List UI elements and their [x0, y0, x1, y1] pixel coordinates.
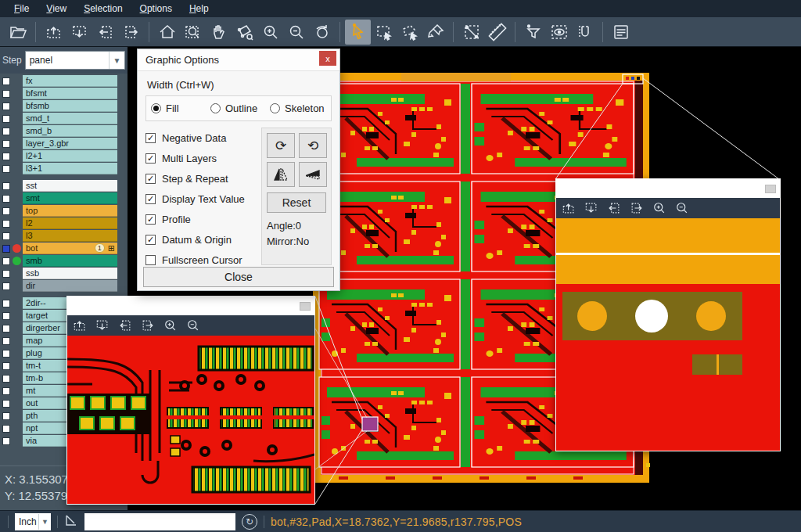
- layer-name[interactable]: top: [23, 205, 117, 217]
- layer-row-ssb[interactable]: ssb: [0, 268, 128, 280]
- ruler-icon[interactable]: [484, 20, 510, 45]
- close-button[interactable]: Close: [143, 267, 334, 287]
- layer-checkbox[interactable]: [2, 350, 10, 358]
- radio-fill[interactable]: Fill: [151, 102, 207, 114]
- layer-checkbox[interactable]: [2, 270, 10, 278]
- pan-down-icon[interactable]: [95, 318, 110, 333]
- checkbox-multi-layers[interactable]: ✓Multi Layers: [145, 148, 260, 168]
- zoom-out-icon[interactable]: [185, 318, 201, 333]
- layer-checkbox[interactable]: [2, 387, 10, 395]
- popup-window-button[interactable]: [300, 302, 311, 311]
- measure-distance-icon[interactable]: [458, 20, 484, 45]
- pan-right-icon[interactable]: [118, 20, 144, 45]
- layer-name[interactable]: l2: [23, 217, 117, 229]
- checkbox-datum-origin[interactable]: ✓Datum & Origin: [145, 229, 260, 250]
- layer-row-l3+1[interactable]: l3+1: [0, 163, 128, 175]
- layer-name[interactable]: layer_3.gbr: [23, 138, 117, 149]
- home-icon[interactable]: [154, 20, 180, 45]
- layer-row-smd_b[interactable]: smd_b: [0, 125, 128, 138]
- popup-window-button[interactable]: [765, 185, 776, 193]
- layer-name[interactable]: smd_t: [23, 113, 117, 124]
- layer-name[interactable]: l2+1: [23, 150, 117, 162]
- layers-panel-icon[interactable]: [608, 20, 634, 45]
- filter-icon[interactable]: [520, 20, 546, 45]
- pan-down-icon[interactable]: [66, 20, 92, 45]
- view-options-icon[interactable]: [546, 20, 572, 45]
- layer-checkbox[interactable]: [2, 207, 10, 215]
- layer-name[interactable]: smd_b: [23, 125, 117, 137]
- layer-name[interactable]: bfsmt: [23, 88, 117, 99]
- layer-row-dir[interactable]: dir: [0, 280, 128, 293]
- layer-checkbox[interactable]: [2, 337, 10, 345]
- pan-up-icon[interactable]: [561, 200, 577, 216]
- pan-left-icon[interactable]: [606, 200, 622, 216]
- layer-row-smd_t[interactable]: smd_t: [0, 113, 128, 125]
- radio-outline[interactable]: Outline: [210, 102, 267, 114]
- menu-item-help[interactable]: Help: [181, 2, 217, 16]
- layer-checkbox[interactable]: [2, 182, 10, 190]
- layer-checkbox[interactable]: [2, 282, 10, 290]
- checkbox-profile[interactable]: ✓Profile: [145, 209, 260, 229]
- pan-right-icon[interactable]: [140, 318, 156, 333]
- menu-item-file[interactable]: File: [6, 2, 37, 16]
- layer-checkbox[interactable]: [2, 195, 10, 203]
- layer-checkbox[interactable]: [2, 115, 10, 123]
- command-input[interactable]: [84, 513, 235, 530]
- close-icon[interactable]: x: [319, 51, 336, 66]
- reset-button[interactable]: Reset: [267, 192, 326, 213]
- popup-title-bar[interactable]: [556, 179, 780, 198]
- layer-row-l2[interactable]: l2: [0, 217, 128, 230]
- layer-checkbox[interactable]: [2, 140, 10, 148]
- layer-checkbox[interactable]: [2, 412, 10, 420]
- popup-title-bar[interactable]: [67, 297, 314, 315]
- layer-checkbox[interactable]: [2, 257, 10, 265]
- layer-checkbox[interactable]: [2, 232, 10, 240]
- layer-row-top[interactable]: top: [0, 205, 128, 217]
- mirror-vertical-button[interactable]: [299, 162, 327, 187]
- select-polygon-icon[interactable]: [397, 20, 422, 45]
- select-arrow-icon[interactable]: [345, 20, 371, 45]
- menu-item-selection[interactable]: Selection: [76, 2, 130, 16]
- layer-checkbox[interactable]: [2, 220, 10, 228]
- layer-name[interactable]: fx: [23, 75, 117, 87]
- layer-row-bot[interactable]: bot1⊞: [0, 243, 128, 255]
- checkbox-display-text-value[interactable]: ✓Display Text Value: [145, 189, 260, 209]
- mirror-horizontal-button[interactable]: [267, 162, 295, 187]
- zoom-in-icon[interactable]: [257, 20, 283, 45]
- layer-name[interactable]: l3+1: [23, 163, 117, 174]
- layer-checkbox[interactable]: [2, 437, 10, 445]
- layer-name[interactable]: l3: [23, 230, 117, 242]
- layer-name[interactable]: smt: [23, 192, 117, 204]
- layer-row-smb[interactable]: smb: [0, 255, 128, 268]
- zoom-polygon-icon[interactable]: [232, 20, 257, 45]
- rotate-cw-button[interactable]: ⟳: [267, 133, 295, 158]
- checkbox-negative-data[interactable]: ✓Negative Data: [145, 128, 260, 148]
- layer-checkbox[interactable]: [2, 77, 10, 85]
- layer-name[interactable]: smb: [23, 255, 117, 267]
- layer-row-l3[interactable]: l3: [0, 230, 128, 243]
- layer-row-sst[interactable]: sst: [0, 180, 128, 192]
- dialog-title-bar[interactable]: Graphic Options x: [138, 49, 339, 71]
- zoom-previous-icon[interactable]: [309, 20, 335, 45]
- layer-checkbox[interactable]: [2, 375, 10, 383]
- pan-left-icon[interactable]: [117, 318, 133, 333]
- menu-item-options[interactable]: Options: [132, 2, 180, 16]
- layer-checkbox[interactable]: [2, 425, 10, 433]
- pan-down-icon[interactable]: [584, 200, 599, 216]
- layer-checkbox[interactable]: [2, 245, 10, 253]
- radio-skeleton[interactable]: Skeleton: [270, 102, 326, 114]
- layer-name[interactable]: bfsmb: [23, 100, 117, 112]
- layer-checkbox[interactable]: [2, 165, 10, 173]
- layer-name[interactable]: dir: [23, 280, 117, 292]
- zoom-view-pad-detail[interactable]: [556, 218, 780, 451]
- snap-magnet-icon[interactable]: [572, 20, 598, 45]
- layer-checkbox[interactable]: [2, 153, 10, 160]
- zoom-out-icon[interactable]: [674, 200, 690, 216]
- step-select[interactable]: panel ▼: [25, 51, 125, 70]
- layer-checkbox[interactable]: [2, 400, 10, 408]
- layer-checkbox[interactable]: [2, 90, 10, 98]
- zoom-window-icon[interactable]: [180, 20, 206, 45]
- angle-measure-icon[interactable]: [64, 513, 78, 530]
- zoom-out-icon[interactable]: [283, 20, 309, 45]
- open-folder-icon[interactable]: [5, 20, 31, 45]
